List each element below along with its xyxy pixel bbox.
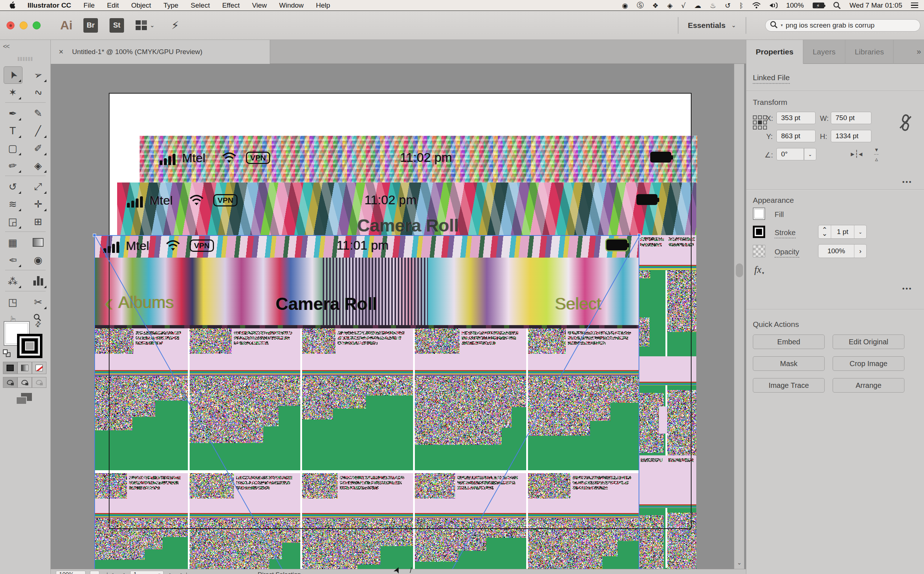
notification-center-icon[interactable]	[911, 3, 918, 8]
arrange-button[interactable]: Arrange	[833, 378, 904, 393]
dropbox-icon[interactable]: ❖	[652, 2, 658, 9]
image-trace-button[interactable]: Image Trace	[753, 378, 825, 393]
stroke-swatch[interactable]	[17, 334, 42, 358]
cloud-upload-icon[interactable]: ☁	[695, 2, 701, 9]
wifi-icon[interactable]	[752, 2, 761, 9]
draw-normal-button[interactable]	[3, 377, 17, 388]
menu-help[interactable]: Help	[316, 2, 330, 9]
magic-wand-tool[interactable]: ✶	[0, 84, 25, 101]
chevron-down-icon[interactable]: ⌄	[150, 22, 154, 29]
tab-libraries[interactable]: Libraries	[845, 40, 894, 64]
transform-more-options[interactable]: •••	[902, 178, 912, 186]
time-machine-icon[interactable]: ↺	[725, 2, 731, 9]
type-tool[interactable]: T	[0, 122, 25, 139]
photo-thumbnail[interactable]	[528, 473, 640, 569]
scale-tool[interactable]: ⤢	[25, 178, 51, 195]
menu-file[interactable]: File	[83, 2, 95, 9]
photo-thumbnail[interactable]	[302, 473, 413, 569]
flip-horizontal-icon[interactable]: ▸┆◂	[851, 150, 862, 158]
stroke-weight-dropdown[interactable]: ⌄	[854, 226, 866, 238]
badge-br[interactable]: Br	[83, 18, 98, 33]
stroke-weight-control[interactable]: ⌃⌄ 1 pt ⌄	[818, 225, 867, 239]
opacity-swatch[interactable]	[753, 245, 765, 257]
x-field[interactable]: 353 pt	[776, 112, 816, 124]
location-shield-icon[interactable]: ◈	[667, 2, 673, 9]
workspace-switcher[interactable]: Essentials	[688, 21, 726, 30]
layout-icon[interactable]	[136, 20, 147, 30]
tab-properties[interactable]: Properties	[746, 40, 803, 64]
fill-color-swatch[interactable]	[753, 208, 765, 220]
selection-handle[interactable]	[638, 234, 641, 237]
apple-menu-icon[interactable]	[9, 2, 15, 9]
eraser-tool[interactable]: ◈	[25, 157, 51, 174]
photo-thumbnail[interactable]	[94, 328, 188, 470]
rotation-field[interactable]: 0°	[776, 148, 804, 160]
stroke-weight-value[interactable]: 1 pt	[831, 226, 854, 238]
screen-mode-button[interactable]	[16, 393, 33, 405]
selection-tool[interactable]: ➤	[0, 66, 25, 84]
curvature-pen-tool[interactable]: ✎	[25, 104, 51, 122]
opacity-control[interactable]: 100% ›	[818, 244, 867, 258]
artboard-number-field[interactable]: 1▾	[130, 571, 163, 574]
stroke-label[interactable]: Stroke	[775, 229, 796, 238]
bluetooth-icon[interactable]: ᛒ	[739, 2, 743, 9]
flame-icon[interactable]: ♨	[710, 2, 716, 9]
symbol-sprayer-tool[interactable]: ⁂	[0, 272, 25, 290]
zoom-chevron[interactable]: ⌄	[90, 571, 99, 574]
vertical-scrollbar[interactable]: ⌄	[734, 64, 744, 569]
appearance-more-options[interactable]: •••	[902, 285, 912, 293]
photo-thumbnail[interactable]	[415, 473, 526, 569]
badge-st[interactable]: St	[110, 18, 124, 33]
scrollbar-thumb[interactable]	[736, 263, 743, 277]
swap-fill-stroke-icon[interactable]: ⇄	[33, 319, 43, 330]
puppet-warp-tool[interactable]: ✛	[25, 195, 51, 213]
stroke-color-swatch[interactable]	[753, 226, 765, 238]
blend-tool[interactable]: ◉	[25, 251, 51, 268]
close-window-button[interactable]	[6, 21, 14, 29]
collapse-panel-icon[interactable]: <<	[3, 43, 9, 50]
gpu-performance-rocket-icon[interactable]: ⚡︎	[171, 19, 179, 32]
rectangle-tool[interactable]: ▢	[0, 139, 25, 157]
menu-clock[interactable]: Wed 7 Mar 01:05	[850, 2, 902, 9]
linked-file-link[interactable]: Linked File	[753, 73, 790, 84]
skype-icon[interactable]: Ⓢ	[637, 1, 644, 10]
opacity-label[interactable]: Opacity	[775, 248, 799, 258]
perspective-grid-tool[interactable]: ⊞	[25, 213, 51, 230]
w-field[interactable]: 750 pt	[831, 112, 871, 124]
equation-icon[interactable]: √	[681, 2, 686, 9]
artboard-nav-prev[interactable]: ◀	[121, 572, 125, 574]
color-button[interactable]	[3, 362, 17, 374]
gradient-tool[interactable]	[25, 234, 51, 251]
document-tab[interactable]: × Untitled-1* @ 100% (CMYK/GPU Preview)	[51, 40, 270, 64]
width-tool[interactable]: ≋	[0, 195, 25, 213]
direct-selection-tool[interactable]: ➢	[25, 66, 51, 84]
gradient-button[interactable]	[17, 362, 32, 374]
zoom-level-field[interactable]: 100%	[56, 571, 86, 574]
draw-behind-button[interactable]	[17, 377, 32, 388]
spotlight-icon[interactable]	[833, 2, 841, 9]
default-fill-stroke-icon[interactable]	[3, 349, 11, 357]
artboard-nav-first[interactable]: ❘◀	[105, 572, 113, 574]
select-button[interactable]: Select	[555, 294, 601, 314]
tab-layers[interactable]: Layers	[803, 40, 845, 64]
search-field[interactable]: ▾ png ios screen grab is corrup	[765, 19, 920, 32]
canvas[interactable]: MtelVPN11:02 pm MtelVPN11:02 pm Camera R…	[51, 64, 746, 569]
mask-button[interactable]: Mask	[753, 356, 825, 371]
mesh-tool[interactable]: ▦	[0, 234, 25, 251]
artboard-nav-last[interactable]: ▶❘	[181, 572, 189, 574]
rotate-tool[interactable]: ↺	[0, 178, 25, 195]
none-button[interactable]	[32, 362, 46, 374]
h-field[interactable]: 1334 pt	[831, 130, 871, 142]
workspace-chevron-icon[interactable]: ⌄	[731, 22, 736, 29]
line-segment-tool[interactable]: ╱	[25, 122, 51, 139]
fx-button[interactable]: fx	[754, 264, 764, 275]
pen-tool[interactable]: ✒	[0, 104, 25, 122]
column-graph-tool[interactable]	[25, 272, 51, 290]
shaper-tool[interactable]: ✏	[0, 157, 25, 174]
photo-thumbnail[interactable]	[415, 328, 526, 470]
minimize-window-button[interactable]	[20, 21, 28, 29]
shape-builder-tool[interactable]: ◲	[0, 213, 25, 230]
albums-back-button[interactable]: ‹Albums	[104, 292, 174, 312]
close-tab-icon[interactable]: ×	[59, 47, 63, 57]
photo-thumbnail[interactable]	[190, 328, 300, 470]
